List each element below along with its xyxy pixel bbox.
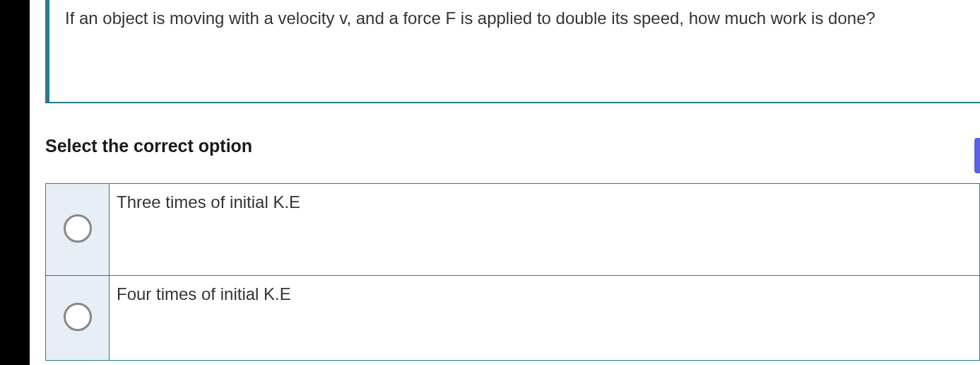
content-area: If an object is moving with a velocity v… xyxy=(30,0,980,365)
left-sidebar xyxy=(0,0,30,365)
question-box: If an object is moving with a velocity v… xyxy=(45,0,980,103)
option-text[interactable]: Three times of initial K.E xyxy=(110,184,980,276)
scroll-indicator[interactable] xyxy=(974,138,980,173)
select-prompt: Select the correct option xyxy=(45,136,980,156)
option-row: Four times of initial K.E xyxy=(46,276,980,361)
radio-cell xyxy=(46,276,110,361)
radio-button-option-1[interactable] xyxy=(64,214,92,243)
options-table: Three times of initial K.E Four times of… xyxy=(45,183,980,361)
option-text[interactable]: Four times of initial K.E xyxy=(110,276,980,361)
radio-button-option-2[interactable] xyxy=(64,303,92,331)
radio-cell xyxy=(46,184,110,276)
option-row: Three times of initial K.E xyxy=(46,184,980,276)
question-text: If an object is moving with a velocity v… xyxy=(65,0,980,28)
